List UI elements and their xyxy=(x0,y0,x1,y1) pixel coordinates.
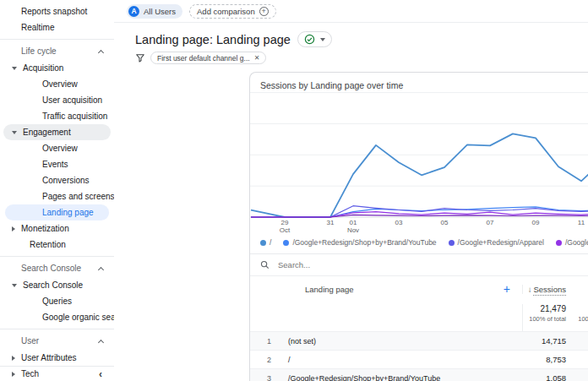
table-search-row xyxy=(250,254,588,276)
search-icon xyxy=(260,260,270,269)
column-header-users: Users xyxy=(568,285,588,294)
sidebar-item-realtime[interactable]: Realtime xyxy=(0,19,114,35)
chart-line-root xyxy=(251,133,588,217)
plus-icon: + xyxy=(259,7,269,16)
totals-sessions: 21,479 100% of total xyxy=(522,304,568,331)
sidebar-divider xyxy=(0,329,114,329)
sidebar-item-queries[interactable]: Queries xyxy=(0,293,114,309)
collapse-arrow-icon[interactable] xyxy=(12,131,17,134)
filter-chip-label: First user default channel g... xyxy=(157,54,250,63)
add-comparison-button[interactable]: Add comparison + xyxy=(189,4,276,19)
table-totals-row: 21,479 100% of total 15,484 100% of tota… xyxy=(250,302,588,331)
table-header-row: Landing page + ↓Sessions Users New users… xyxy=(250,276,588,302)
filter-funnel-icon[interactable] xyxy=(135,53,145,63)
sidebar-divider xyxy=(0,256,114,257)
legend-dot-icon xyxy=(449,240,455,246)
sidebar-section-search-console[interactable]: Search Console xyxy=(0,260,114,277)
expand-arrow-icon[interactable] xyxy=(12,226,15,231)
sidebar-item-pages-and-screens[interactable]: Pages and screens xyxy=(0,188,114,204)
sidebar-item-landing-page[interactable]: Landing page xyxy=(5,204,109,220)
search-input[interactable] xyxy=(276,259,530,270)
audience-avatar: A xyxy=(128,6,139,17)
add-column-button[interactable]: + xyxy=(504,283,510,295)
filter-bar: First user default channel g... ✕ xyxy=(135,52,588,64)
legend-dot-icon xyxy=(283,240,289,246)
sidebar-item-overview[interactable]: Overview xyxy=(0,76,114,92)
totals-users: 15,484 100% of total xyxy=(568,304,588,331)
remove-filter-icon[interactable]: ✕ xyxy=(254,54,260,62)
svg-text:Nov: Nov xyxy=(347,226,359,234)
table-row[interactable]: 2/ 8,753 7,879 7,087 xyxy=(250,350,588,368)
svg-text:05: 05 xyxy=(441,219,449,226)
sidebar-section-life-cycle[interactable]: Life cycle xyxy=(0,43,114,60)
legend-item-google-redesign-apparel[interactable]: /Google+Redesign/Apparel xyxy=(449,238,544,247)
chart-legend: //Google+Redesign/Shop+by+Brand/YouTube/… xyxy=(250,236,588,249)
main-content: A All Users Add comparison + Landing pag… xyxy=(114,0,588,381)
legend-dot-icon xyxy=(556,240,562,246)
chevron-up-icon xyxy=(98,50,104,56)
sidebar-group-monetization[interactable]: Monetization xyxy=(0,220,114,237)
sidebar: Reports snapshotRealtimeLife cycleAcquis… xyxy=(0,0,114,381)
page-header: Landing page: Landing page First user de… xyxy=(114,23,588,64)
svg-text:29: 29 xyxy=(281,219,289,226)
sessions-line-chart[interactable]: 29Oct3101Nov03050709111315 xyxy=(250,92,588,236)
chevron-up-icon xyxy=(98,267,104,273)
sidebar-item-overview[interactable]: Overview xyxy=(0,140,114,156)
collapse-arrow-icon[interactable] xyxy=(12,67,17,70)
sidebar-item-retention[interactable]: Retention xyxy=(0,237,114,253)
svg-text:01: 01 xyxy=(350,219,357,226)
sidebar-section-user[interactable]: User xyxy=(0,333,114,350)
chart-title: Sessions by Landing page over time xyxy=(250,73,588,90)
sidebar-group-search-console[interactable]: Search Console xyxy=(0,277,114,293)
sidebar-item-traffic-acquisition[interactable]: Traffic acquisition xyxy=(0,108,114,124)
svg-text:03: 03 xyxy=(395,219,403,226)
report-nav: Reports snapshotRealtimeLife cycleAcquis… xyxy=(0,3,114,381)
sidebar-group-engagement[interactable]: Engagement xyxy=(3,124,111,140)
sidebar-item-reports-snapshot[interactable]: Reports snapshot xyxy=(0,3,114,19)
svg-text:09: 09 xyxy=(532,219,540,226)
svg-text:Oct: Oct xyxy=(280,226,291,234)
chevron-down-icon xyxy=(320,38,325,41)
report-status-menu[interactable] xyxy=(297,31,332,47)
all-users-chip[interactable]: A All Users xyxy=(127,4,182,19)
expand-arrow-icon[interactable] xyxy=(12,356,15,361)
comparison-bar: A All Users Add comparison + xyxy=(114,0,588,23)
sidebar-group-user-attributes[interactable]: User Attributes xyxy=(0,350,114,366)
svg-text:31: 31 xyxy=(327,219,335,226)
legend-item-root[interactable]: / xyxy=(260,238,271,247)
legend-item-google-redesign-shop-by-brand-youtube[interactable]: /Google+Redesign/Shop+by+Brand/YouTube xyxy=(283,238,436,247)
column-header-sessions: ↓Sessions xyxy=(522,285,568,294)
table-body: 1(not set) 14,715 12,500 18 2/ 8,753 7,8… xyxy=(250,331,588,381)
dimension-header[interactable]: Landing page xyxy=(305,285,354,294)
sidebar-footer: ‹ xyxy=(0,366,114,381)
filter-chip[interactable]: First user default channel g... ✕ xyxy=(150,52,266,64)
sidebar-item-user-acquisition[interactable]: User acquisition xyxy=(0,92,114,108)
sidebar-item-conversions[interactable]: Conversions xyxy=(0,172,114,188)
table-row[interactable]: 3/Google+Redesign/Shop+by+Brand/YouTube … xyxy=(250,368,588,381)
legend-dot-icon xyxy=(260,240,266,246)
all-users-label: All Users xyxy=(144,7,176,16)
svg-text:07: 07 xyxy=(487,219,494,226)
sort-desc-icon: ↓ xyxy=(528,285,532,294)
add-comparison-label: Add comparison xyxy=(197,7,255,16)
sidebar-divider xyxy=(0,39,114,40)
report-card: Sessions by Landing page over time 29Oct… xyxy=(249,72,588,381)
table-row[interactable]: 1(not set) 14,715 12,500 18 xyxy=(250,331,588,350)
sidebar-item-google-organic-search-traf[interactable]: Google organic search traf... xyxy=(0,309,114,325)
legend-item-google-redesign-lifestyle-bags[interactable]: /Google+Redesign/Lifestyle/Bags xyxy=(556,238,588,247)
collapse-sidebar-icon[interactable]: ‹ xyxy=(99,368,102,380)
collapse-arrow-icon[interactable] xyxy=(12,284,17,287)
check-circle-icon xyxy=(304,34,315,45)
svg-text:11: 11 xyxy=(578,219,585,226)
sidebar-group-acquisition[interactable]: Acquisition xyxy=(0,60,114,76)
sidebar-item-events[interactable]: Events xyxy=(0,156,114,172)
page-title: Landing page: Landing page xyxy=(135,33,291,46)
chevron-up-icon xyxy=(98,340,104,346)
